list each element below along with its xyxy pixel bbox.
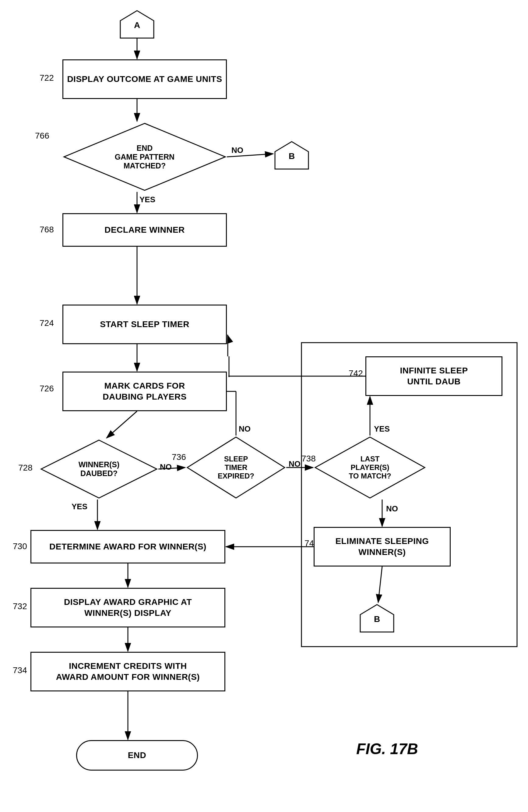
diagram: A 722 DISPLAY OUTCOME AT GAME UNITS 766 … <box>0 0 528 812</box>
node-728: WINNER(S)DAUBED? <box>40 439 158 499</box>
ref-734: 734 <box>13 666 27 675</box>
node-730: DETERMINE AWARD FOR WINNER(S) <box>30 530 225 564</box>
node-738: LASTPLAYER(S)TO MATCH? <box>314 436 426 499</box>
node-726: MARK CARDS FORDAUBING PLAYERS <box>62 372 227 411</box>
node-B-right: B <box>274 140 310 171</box>
svg-text:B: B <box>289 151 295 161</box>
pentagon-svg-A: A <box>119 9 155 40</box>
label-no-738: NO <box>386 504 398 513</box>
node-722: DISPLAY OUTCOME AT GAME UNITS <box>62 59 227 99</box>
svg-text:A: A <box>134 20 140 30</box>
node-B-bottom: B <box>359 603 395 634</box>
ref-766: 766 <box>35 131 49 141</box>
label-no-736-right: NO <box>289 459 300 469</box>
node-768: DECLARE WINNER <box>62 213 227 247</box>
node-724: START SLEEP TIMER <box>62 305 227 344</box>
node-end: END <box>76 740 198 771</box>
label-yes-728: YES <box>72 502 87 511</box>
ref-742: 742 <box>349 368 363 378</box>
ref-722: 722 <box>40 73 54 83</box>
ref-724: 724 <box>40 318 54 328</box>
node-742: INFINITE SLEEPUNTIL DAUB <box>365 356 502 396</box>
label-yes-738: YES <box>374 424 390 434</box>
node-740: ELIMINATE SLEEPINGWINNER(S) <box>314 527 451 566</box>
node-A: A <box>119 9 155 40</box>
label-no-766: NO <box>231 146 243 155</box>
node-734: INCREMENT CREDITS WITHAWARD AMOUNT FOR W… <box>30 652 225 691</box>
ref-736: 736 <box>172 452 186 462</box>
ref-768: 768 <box>40 225 54 234</box>
svg-line-15 <box>228 335 228 336</box>
node-732: DISPLAY AWARD GRAPHIC ATWINNER(S) DISPLA… <box>30 588 225 627</box>
pentagon-svg-B-bottom: B <box>359 603 395 634</box>
svg-line-7 <box>106 411 137 438</box>
pentagon-svg-B-right: B <box>274 140 310 171</box>
ref-732: 732 <box>13 601 27 611</box>
svg-line-17 <box>378 566 382 603</box>
label-no-728: NO <box>160 462 172 472</box>
ref-730: 730 <box>13 541 27 551</box>
fig-label: FIG. 17B <box>356 740 418 758</box>
node-736: SLEEPTIMEREXPIRED? <box>186 436 286 499</box>
ref-728: 728 <box>18 463 33 473</box>
ref-726: 726 <box>40 384 54 393</box>
label-no-736-up: NO <box>239 424 251 434</box>
label-yes-766: YES <box>140 195 155 204</box>
node-766: ENDGAME PATTERNMATCHED? <box>62 122 227 192</box>
svg-text:B: B <box>374 614 380 624</box>
